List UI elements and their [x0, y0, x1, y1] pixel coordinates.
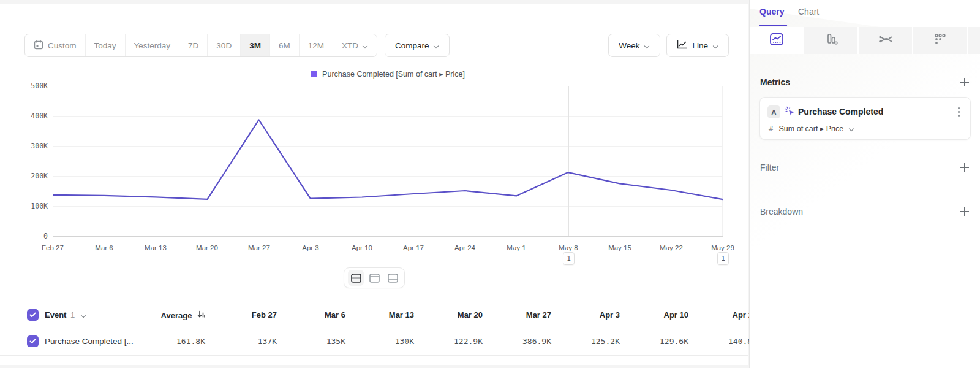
series-letter-badge: A [767, 105, 780, 118]
row-average: 161.8K [129, 337, 205, 346]
chart-type-strip [750, 27, 980, 54]
row-checkbox[interactable] [27, 335, 39, 347]
add-metric-button[interactable] [960, 77, 970, 87]
x-tick-label: Apr 24 [437, 244, 492, 251]
date-column-header[interactable]: Feb 27 [214, 310, 283, 320]
chart-type-bar-chart-icon[interactable] [804, 27, 858, 54]
metric-event-name: Purchase Completed [798, 107, 883, 117]
annotation-badge[interactable]: 1 [563, 252, 575, 265]
chevron-down-icon [644, 43, 650, 48]
line-chart-plot[interactable] [53, 86, 723, 236]
chart-type-insights-line-icon[interactable] [750, 27, 803, 54]
date-range-3m[interactable]: 3M [241, 34, 270, 56]
y-tick-label: 500K [11, 82, 48, 90]
bar-chart-icon [824, 32, 839, 49]
select-all-checkbox[interactable] [27, 309, 39, 321]
chevron-down-icon [363, 43, 368, 48]
chart-type-flows-icon[interactable] [859, 27, 912, 54]
chart-controls: Week Line [608, 34, 729, 57]
x-tick-label: Mar 6 [77, 244, 132, 251]
layout-toggle-group [344, 267, 405, 288]
date-range-12m[interactable]: 12M [300, 34, 333, 56]
metric-card[interactable]: A Purchase Completed # Sum of cart ▸ Pri… [760, 97, 971, 140]
x-tick-label: Apr 10 [334, 244, 390, 251]
series-line [53, 86, 723, 236]
date-range-group: CustomTodayYesterday7D30D3M6M12MXTD [24, 34, 377, 57]
date-column-header[interactable]: Mar 6 [283, 310, 352, 320]
x-tick-label: May 29 [695, 244, 750, 251]
event-column-header[interactable]: Event 1 [45, 310, 86, 320]
legend-swatch [311, 71, 317, 77]
date-range-today[interactable]: Today [86, 34, 126, 56]
chevron-down-icon [81, 312, 86, 318]
value-cell: 122.9K [420, 337, 489, 346]
date-column-header[interactable]: Apr 10 [626, 310, 695, 320]
chart-type-strip-filler [968, 27, 980, 54]
tab-chart[interactable]: Chart [798, 7, 819, 17]
annotation-badge[interactable]: 1 [717, 252, 729, 265]
x-tick-label: May 1 [489, 244, 544, 251]
line-chart-icon [677, 40, 687, 51]
date-range-xtd[interactable]: XTD [333, 34, 377, 56]
query-sidebar: Query Chart Metrics A Purchase Completed [749, 0, 980, 368]
event-sparkle-cursor-icon [785, 106, 796, 120]
date-column-header[interactable]: Apr 3 [557, 310, 626, 320]
table-row[interactable]: Purchase Completed [... 161.8K 137K135K1… [0, 328, 748, 356]
x-tick-label: Feb 27 [25, 244, 80, 251]
average-column-header[interactable]: Average [129, 310, 205, 320]
y-axis: 500K400K300K200K100K0 [11, 86, 48, 236]
x-tick-label: Apr 17 [386, 244, 441, 251]
granularity-button[interactable]: Week [608, 34, 660, 57]
date-column-header[interactable]: Mar 13 [352, 310, 420, 320]
chevron-down-icon [713, 43, 718, 48]
granularity-label: Week [619, 41, 639, 50]
legend-label: Purchase Completed [Sum of cart ▸ Price] [322, 69, 465, 79]
table-header-row: Event 1 Average Feb 27Mar 6Mar 13Mar 20M… [0, 303, 748, 328]
split-view-button[interactable] [348, 270, 364, 286]
x-tick-label: Mar 13 [128, 244, 183, 251]
kebab-menu-icon[interactable] [953, 105, 964, 118]
date-range-30d[interactable]: 30D [208, 34, 241, 56]
date-range-custom[interactable]: Custom [25, 34, 86, 56]
chart-only-view-button[interactable] [366, 270, 382, 286]
chart-style-button[interactable]: Line [666, 34, 729, 57]
y-tick-label: 400K [11, 112, 48, 120]
value-cell: 125.2K [557, 337, 626, 346]
aggregation-selector[interactable]: # Sum of cart ▸ Price [769, 124, 854, 133]
bottom-edge-strip [0, 365, 748, 368]
add-filter-button[interactable] [960, 163, 970, 172]
metrics-heading: Metrics [760, 77, 790, 87]
gridline [53, 236, 723, 237]
table-only-view-button[interactable] [385, 270, 401, 286]
compare-button[interactable]: Compare [385, 34, 450, 57]
sidebar-tab-bar: Query Chart [750, 0, 980, 26]
retention-icon [933, 32, 948, 49]
compare-label: Compare [395, 41, 429, 50]
add-breakdown-button[interactable] [960, 207, 970, 217]
x-axis: Feb 27Mar 6Mar 13Mar 20Mar 27Apr 3Apr 10… [53, 244, 723, 254]
x-tick-label: Apr 3 [283, 244, 338, 251]
chart-style-label: Line [692, 41, 708, 50]
date-column-header[interactable]: Mar 27 [489, 310, 557, 320]
date-toolbar: CustomTodayYesterday7D30D3M6M12MXTD Comp… [24, 34, 450, 57]
breakdown-heading: Breakdown [760, 207, 803, 217]
x-tick-label: May 22 [644, 244, 699, 251]
date-range-yesterday[interactable]: Yesterday [126, 34, 180, 56]
chart-type-retention-icon[interactable] [913, 27, 967, 54]
active-tab-underline [760, 25, 787, 26]
date-column-header[interactable]: Mar 20 [420, 310, 489, 320]
y-tick-label: 300K [11, 142, 48, 150]
event-count: 1 [70, 310, 75, 320]
sort-descending-icon[interactable] [197, 311, 205, 320]
y-tick-label: 0 [11, 232, 48, 240]
tab-query[interactable]: Query [760, 7, 784, 17]
x-tick-label: May 15 [592, 244, 647, 251]
value-cell: 386.9K [489, 337, 557, 346]
date-range-7d[interactable]: 7D [179, 34, 208, 56]
date-range-6m[interactable]: 6M [270, 34, 300, 56]
flows-icon [878, 32, 894, 49]
calendar-icon [34, 40, 43, 52]
aggregation-label: Sum of cart ▸ Price [779, 124, 844, 133]
value-cell: 130K [352, 337, 420, 346]
x-tick-label: Mar 20 [179, 244, 235, 251]
